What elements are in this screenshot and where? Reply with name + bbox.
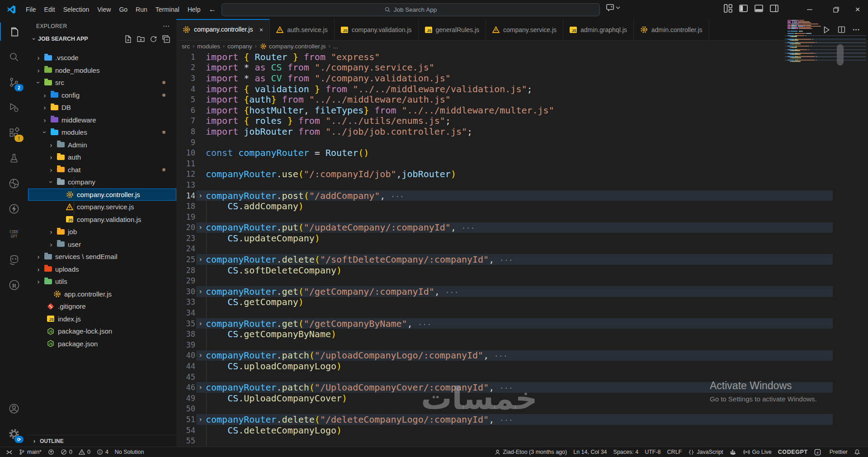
code-line-1[interactable]: 1import { Router } from "express" [176, 52, 868, 62]
back-button[interactable]: ← [204, 4, 220, 15]
tab-generalRules-js[interactable]: JSgeneralRules.js [419, 19, 486, 40]
code-line-29[interactable]: 29 [176, 275, 868, 286]
code-line-39[interactable]: 39 [176, 339, 868, 350]
tree-item-utils[interactable]: ›utils [28, 275, 176, 288]
status-remote-indicator[interactable] [3, 447, 16, 457]
activity-thunder-client[interactable] [0, 196, 28, 221]
fold-chevron-icon[interactable]: › [195, 255, 206, 264]
tree-item-user[interactable]: ›user [28, 238, 176, 251]
toggle-primary-sidebar-icon[interactable] [739, 4, 748, 13]
outline-section[interactable]: › OUTLINE [28, 435, 179, 447]
code-line-44[interactable]: 44 CS.uploadCompanyLogo) [176, 361, 868, 372]
command-center-search[interactable]: Job Search App [222, 3, 600, 16]
code-line-20[interactable]: 20›companyRouter.put("/updateCompany/:co… [176, 222, 868, 233]
code-line-12[interactable]: 12companyRouter.use("/:companyId/job",jo… [176, 169, 868, 180]
tree-item-app.controller.js[interactable]: app.controller.js [28, 288, 176, 301]
activity-codegpt[interactable]: CODEGPT [0, 221, 28, 247]
code-line-13[interactable]: 13 [176, 179, 868, 190]
breadcrumb-item[interactable]: company [227, 43, 252, 50]
activity-search[interactable] [0, 44, 28, 70]
copilot-menu-button[interactable] [606, 3, 620, 12]
tab-admin-graphql-js[interactable]: JSadmin.graphql.js [563, 19, 634, 40]
tree-item-package.json[interactable]: JSpackage.json [28, 338, 176, 350]
code-line-30[interactable]: 30›companyRouter.get("/getCompany/:compa… [176, 286, 868, 297]
code-line-3[interactable]: 3import * as CV from "./company.validati… [176, 73, 868, 84]
status-codegpt-status[interactable]: CODEGPT [775, 447, 811, 457]
collapse-all-icon[interactable] [162, 35, 170, 43]
code-line-7[interactable]: 7import { roles } from "../../utils/enum… [176, 116, 868, 127]
status-language-mode[interactable]: JavaScript [685, 447, 726, 457]
tree-item-modules[interactable]: ›modules [28, 126, 176, 139]
breadcrumb-item[interactable]: src [182, 43, 190, 50]
menu-view[interactable]: View [93, 4, 115, 15]
tree-item-config[interactable]: ›config [28, 89, 176, 102]
tree-item-middleware[interactable]: ›middleware [28, 114, 176, 127]
menu-terminal[interactable]: Terminal [151, 4, 184, 15]
menu-run[interactable]: Run [132, 4, 151, 15]
fold-chevron-icon[interactable]: › [195, 351, 206, 359]
code-line-4[interactable]: 4import { validation } from "../../middl… [176, 84, 868, 94]
tree-item-company.service.js[interactable]: company.service.js [28, 201, 176, 213]
tree-item-src[interactable]: ›src [28, 76, 176, 89]
activity-settings[interactable]: ⟳ [0, 421, 28, 447]
code-line-5[interactable]: 5import {auth} from "../../middleware/au… [176, 94, 868, 105]
tree-item-auth[interactable]: ›auth [28, 151, 176, 164]
scrollbar-thumb[interactable] [837, 44, 844, 66]
minimize-button[interactable]: ─ [799, 0, 820, 19]
tab-close-icon[interactable]: × [259, 26, 263, 33]
code-line-33[interactable]: 33 CS.getCompany) [176, 297, 868, 308]
code-line-34[interactable]: 34 [176, 307, 868, 318]
menu-go[interactable]: Go [115, 4, 132, 15]
code-line-54[interactable]: 54 CS.deleteCompanyLogo) [176, 425, 868, 436]
status-docker[interactable] [726, 447, 740, 457]
more-actions-button[interactable]: ··· [853, 26, 860, 34]
explorer-more-icon[interactable]: ··· [163, 23, 170, 29]
status-notifications[interactable] [851, 447, 863, 457]
close-button[interactable]: × [847, 0, 868, 19]
code-line-14[interactable]: 14›companyRouter.post("/addCompany", ··· [176, 190, 868, 201]
tree-item-job[interactable]: ›job [28, 226, 176, 238]
tab-company-controller-js[interactable]: company.controller.js× [176, 19, 270, 40]
status-go-live[interactable]: Go Live [740, 447, 775, 457]
toggle-panel-icon[interactable] [754, 4, 764, 13]
code-line-10[interactable]: 10const companyRouter = Router() [176, 147, 868, 158]
tree-item-.vscode[interactable]: ›.vscode [28, 52, 176, 64]
breadcrumb-file[interactable]: company.controller.js [269, 43, 326, 50]
breadcrumb[interactable]: src›modules›company›company.controller.j… [176, 41, 868, 52]
new-file-icon[interactable] [124, 35, 132, 43]
menu-selection[interactable]: Selection [59, 4, 94, 15]
code-line-38[interactable]: 38 CS.getCompanyByName) [176, 329, 868, 339]
code-line-19[interactable]: 19 [176, 212, 868, 222]
status-errors[interactable]: 0 [57, 447, 75, 457]
status-publish-changes[interactable] [45, 447, 57, 457]
menu-file[interactable]: File [22, 4, 40, 15]
fold-chevron-icon[interactable]: › [195, 320, 206, 328]
tree-item-admin[interactable]: ›Admin [28, 139, 176, 151]
status-warnings[interactable]: 0 [75, 447, 94, 457]
activity-r-extension[interactable]: R [0, 272, 28, 297]
code-line-40[interactable]: 40›companyRouter.patch("/uploadCompanyLo… [176, 350, 868, 361]
code-line-23[interactable]: 23 CS.updateCompany) [176, 233, 868, 244]
minimap[interactable] [788, 20, 842, 70]
refresh-icon[interactable] [150, 35, 157, 43]
fold-chevron-icon[interactable]: › [195, 415, 206, 424]
tree-item-company.controller.js[interactable]: company.controller.js [28, 188, 176, 201]
activity-source-control[interactable]: 2 [0, 70, 28, 95]
tree-item-package-lock.json[interactable]: JSpackage-lock.json [28, 325, 176, 338]
activity-explorer[interactable] [0, 19, 28, 44]
code-line-2[interactable]: 2import * as CS from "./company.service.… [176, 62, 868, 73]
activity-run-and-debug[interactable] [0, 95, 28, 120]
tree-item-node-modules[interactable]: ›node_modules [28, 64, 176, 77]
status-eol[interactable]: CRLF [664, 447, 685, 457]
status-indentation[interactable]: Spaces: 4 [610, 447, 642, 457]
activity-copilot[interactable] [0, 247, 28, 272]
status-no-solution[interactable]: No Solution [112, 447, 147, 457]
tree-item-.gitignore[interactable]: .gitignore [28, 300, 176, 313]
tab-company-validation-js[interactable]: JScompany.validation.js [335, 19, 419, 40]
fold-chevron-icon[interactable]: › [195, 192, 206, 200]
tree-item-index.js[interactable]: JSindex.js [28, 313, 176, 325]
fold-chevron-icon[interactable]: › [195, 287, 206, 296]
tab-admin-controller-js[interactable]: admin.controller.js [634, 19, 709, 40]
status-csharp-extension[interactable]: # [811, 447, 824, 457]
tree-item-company.validation.js[interactable]: JScompany.validation.js [28, 213, 176, 226]
